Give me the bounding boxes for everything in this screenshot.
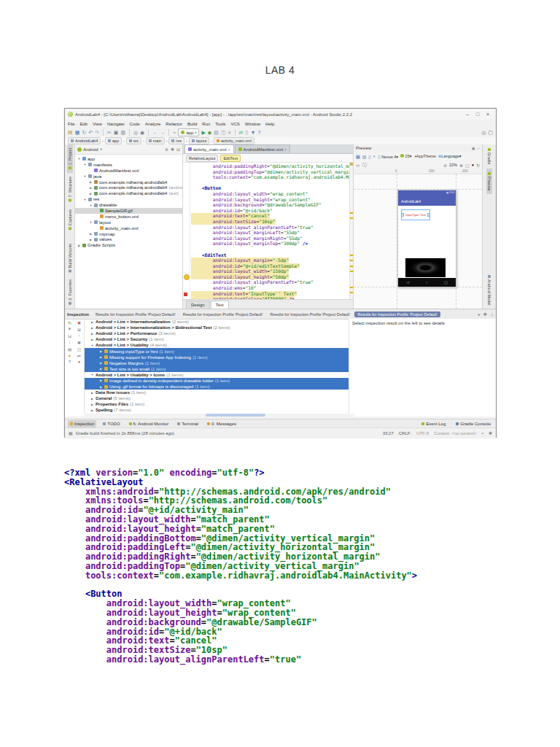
inspection-row[interactable]: ▶Missing support for Firebase App Indexi… <box>85 355 349 360</box>
stop-icon[interactable]: ■ <box>228 129 231 136</box>
scrollbar-thumb[interactable] <box>206 414 265 417</box>
inspection-row[interactable]: ▶Negative Margins (1 item) <box>85 360 349 366</box>
zoom-out-icon[interactable]: ⊖ <box>443 163 447 168</box>
language-selector[interactable]: ⊕Language▾ <box>438 154 462 158</box>
code-line[interactable]: android:id="@+id/back" <box>191 208 349 214</box>
back-nav-icon[interactable]: ◁ <box>406 280 409 285</box>
toolwindow-tab-todo[interactable]: TODO <box>101 420 122 427</box>
rerun-icon[interactable]: ↻ <box>68 320 71 325</box>
tree-item-app[interactable]: ▼app <box>75 156 182 162</box>
hector-icon[interactable]: ✱ <box>489 430 492 436</box>
code-line[interactable]: tools:context="com.example.ridhavraj.and… <box>191 174 349 180</box>
save-icon[interactable]: ▦ <box>75 129 80 136</box>
inspection-row[interactable]: ▶Android > Lint > Internationalization (… <box>85 319 349 325</box>
sync-icon[interactable]: ↻ <box>82 129 86 136</box>
inspection-row[interactable]: ▶General (5 items) <box>85 395 349 401</box>
copy-icon[interactable]: ▣ <box>114 129 119 136</box>
gear-icon[interactable]: ✱ <box>483 311 487 317</box>
mark-icon[interactable]: ● <box>78 360 81 364</box>
code-line[interactable]: android:layout_width="wrap_content" <box>191 191 349 197</box>
settings-icon[interactable]: ✱ <box>171 147 174 152</box>
menu-analyze[interactable]: Analyze <box>145 122 160 126</box>
gear-icon[interactable]: ✱ <box>472 146 475 151</box>
tree-item-samplegif-gif[interactable]: SampleGIF.gif <box>75 208 182 214</box>
collapse-all-icon[interactable]: ⊟ <box>68 333 71 338</box>
editor-tab-androidmanifest-xml[interactable]: AndroidManifest.xml× <box>235 144 290 153</box>
menu-navigate[interactable]: Navigate <box>107 122 125 126</box>
code-line[interactable]: android:layout_marginRight="55dp" <box>191 236 349 241</box>
info-icon[interactable]: ⓘ <box>362 162 367 169</box>
close-button[interactable]: × <box>483 112 493 117</box>
inspection-row[interactable]: ▶Using .gif format for bitmaps is discou… <box>85 384 349 390</box>
horizontal-scrollbar[interactable] <box>84 414 355 417</box>
code-line[interactable]: android:layout_margin="-5dp" <box>191 258 349 263</box>
hide-panel-icon[interactable]: – <box>478 146 480 151</box>
inspection-result-tab-3[interactable]: Results for Inspection Profile 'Project … <box>267 311 353 317</box>
code-line[interactable]: android:paddingRight="@dimen/activity_ho… <box>191 163 349 169</box>
menu-code[interactable]: Code <box>130 122 140 126</box>
undo-icon[interactable]: ↶ <box>88 129 93 136</box>
recents-nav-icon[interactable]: ▢ <box>444 280 448 285</box>
zoom-fit-icon[interactable]: ▢ <box>465 163 470 168</box>
expand-all-icon[interactable]: ⊞ <box>77 327 81 332</box>
profile-icon[interactable]: ◫ <box>221 129 226 136</box>
expand-icon[interactable]: ⊕ <box>165 147 168 152</box>
collapse-icon[interactable]: ⊟ <box>176 147 180 152</box>
tool-strip-tab-preview[interactable]: Preview <box>486 169 492 195</box>
lock-icon[interactable]: ▪ <box>482 431 483 436</box>
editor-mode-tab-design[interactable]: Design <box>186 301 210 309</box>
toolwindow-tab-6-android-monitor[interactable]: 6: Android Monitor <box>127 420 171 427</box>
menu-edit[interactable]: Edit <box>80 122 88 126</box>
code-line[interactable]: android:layout_marginTop="300dp" /> <box>191 241 349 247</box>
project-view-selector[interactable]: Android <box>83 147 98 152</box>
pan-icon[interactable]: ● <box>472 163 474 167</box>
code-line[interactable]: android:ems="10" <box>191 285 349 291</box>
back-icon[interactable]: ← <box>152 129 158 136</box>
tree-item-values[interactable]: ▶values <box>75 236 182 242</box>
paste-icon[interactable]: ▥ <box>120 129 125 136</box>
menu-run[interactable]: Run <box>202 122 210 126</box>
open-icon[interactable]: ▤ <box>68 129 73 136</box>
tool-strip-tab-build-variants[interactable]: Build Variants <box>67 240 73 276</box>
tree-item-layout[interactable]: ▼layout <box>75 220 182 225</box>
inspection-row[interactable]: ▼Android > Lint > Usability > Icons (2 i… <box>85 372 349 378</box>
inspection-row[interactable]: ▼Android > Lint > Usability (4 items) <box>85 342 349 348</box>
code-line[interactable]: android:text="InputType'' Text" <box>191 291 349 297</box>
toolwindow-tab-terminal[interactable]: Terminal <box>175 420 201 427</box>
toolwindow-tab-event-log[interactable]: Event Log <box>419 420 448 427</box>
inspection-row[interactable]: ▶Properties Files (1 item) <box>85 401 349 407</box>
caret-position[interactable]: 33:27 <box>383 431 394 436</box>
menu-view[interactable]: View <box>93 122 102 126</box>
tree-item-java[interactable]: ▼java <box>75 174 182 179</box>
toolwindow-tab-inspection[interactable]: Inspection <box>68 420 96 427</box>
debug-icon[interactable]: ◆ <box>208 129 211 136</box>
selection-handle[interactable] <box>427 213 430 217</box>
api-selector[interactable]: 25▾ <box>400 154 411 158</box>
code-line[interactable]: android:id="@+id/editTextSample" <box>191 263 349 269</box>
code-line[interactable] <box>191 180 349 186</box>
tree-item-gradle-scripts[interactable]: ▶Gradle Scripts <box>75 242 182 248</box>
orientation-icon[interactable]: ▯ <box>368 154 370 159</box>
menu-vcs[interactable]: VCS <box>230 122 239 126</box>
inspection-row[interactable]: ▶Missing inputType or hint (1 item) <box>85 348 349 354</box>
tree-item-res[interactable]: ▼res <box>75 196 182 202</box>
filter-icon[interactable]: ▼ <box>68 327 72 332</box>
code-line[interactable]: android:background="@drawable/SampleGIF" <box>191 202 349 208</box>
editor-mode-tab-text[interactable]: Text <box>211 301 229 309</box>
code-line[interactable]: android:layout_alignParentLeft="true" <box>191 279 349 285</box>
tool-strip-tab-android-model[interactable]: Android Model <box>486 271 492 309</box>
element-crumb-relativelayout[interactable]: RelativeLayout <box>186 155 218 162</box>
breadcrumb-item-main[interactable]: main <box>146 137 165 144</box>
tree-item-com-example-ridhavraj-androidlab4[interactable]: ▶com.example.ridhavraj.androidlab4 (test… <box>75 190 182 196</box>
tree-item-drawable[interactable]: ▼drawable <box>75 202 182 208</box>
inspection-result-tab-4[interactable]: Results for Inspection Profile 'Project … <box>354 311 440 317</box>
gif-button-preview[interactable] <box>405 258 446 277</box>
inspection-row[interactable]: ▶Text size is too small (1 item) <box>85 366 349 372</box>
inspection-row[interactable]: ▶Android > Lint > Security (1 item) <box>85 336 349 342</box>
menu-window[interactable]: Window <box>245 122 260 126</box>
theme-variant-icon[interactable]: ◐ <box>373 154 376 158</box>
close-icon[interactable]: ✖ <box>77 320 81 325</box>
export-icon[interactable]: ▤ <box>68 347 72 352</box>
editor-tab-activity-main-xml[interactable]: activity_main.xml× <box>184 144 234 153</box>
close-icon[interactable]: × <box>228 147 230 152</box>
